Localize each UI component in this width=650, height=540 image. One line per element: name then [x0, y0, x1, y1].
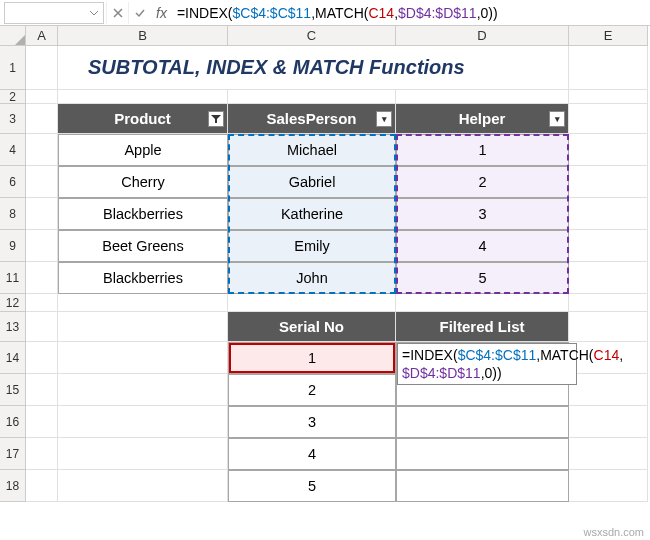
cell[interactable] [58, 438, 228, 470]
table-header-product[interactable]: Product [58, 104, 228, 134]
col-header-A[interactable]: A [26, 26, 58, 46]
cell[interactable] [58, 470, 228, 502]
cell[interactable] [26, 294, 58, 312]
cell[interactable] [26, 312, 58, 342]
table-header-salesperson[interactable]: SalesPerson▾ [228, 104, 396, 134]
row-header[interactable]: 18 [0, 470, 26, 502]
cell[interactable] [26, 198, 58, 230]
row-header[interactable]: 15 [0, 374, 26, 406]
serial-cell[interactable]: 4 [228, 438, 396, 470]
row-header[interactable]: 1 [0, 46, 26, 90]
filtered-cell[interactable] [396, 438, 569, 470]
title-cell[interactable]: SUBTOTAL, INDEX & MATCH Functions [58, 46, 569, 90]
table-cell[interactable]: Katherine [228, 198, 396, 230]
table-cell[interactable]: 5 [396, 262, 569, 294]
cell[interactable] [26, 166, 58, 198]
cell[interactable] [569, 312, 648, 342]
table-cell[interactable]: Emily [228, 230, 396, 262]
table-cell[interactable]: Apple [58, 134, 228, 166]
table-cell[interactable]: 3 [396, 198, 569, 230]
table-header-helper[interactable]: Helper▾ [396, 104, 569, 134]
cell[interactable] [569, 90, 648, 104]
cell[interactable] [569, 230, 648, 262]
table-header-serial[interactable]: Serial No [228, 312, 396, 342]
chevron-down-icon[interactable]: ▾ [376, 111, 392, 127]
row-header[interactable]: 12 [0, 294, 26, 312]
enter-icon[interactable] [128, 2, 150, 24]
filtered-cell[interactable] [396, 470, 569, 502]
chevron-down-icon[interactable] [89, 8, 99, 18]
table-cell[interactable]: Blackberries [58, 198, 228, 230]
row-header[interactable]: 4 [0, 134, 26, 166]
row-header[interactable]: 13 [0, 312, 26, 342]
row-header[interactable]: 14 [0, 342, 26, 374]
formula-input[interactable]: =INDEX($C$4:$C$11,MATCH(C14,$D$4:$D$11,0… [173, 5, 650, 21]
name-box[interactable] [4, 2, 104, 24]
cell[interactable] [58, 342, 228, 374]
table-cell[interactable]: 2 [396, 166, 569, 198]
filtered-cell[interactable] [396, 406, 569, 438]
col-header-C[interactable]: C [228, 26, 396, 46]
table-cell[interactable]: 1 [396, 134, 569, 166]
cell[interactable] [26, 374, 58, 406]
col-header-E[interactable]: E [569, 26, 648, 46]
cell[interactable] [26, 230, 58, 262]
cell[interactable] [58, 312, 228, 342]
cell[interactable] [396, 294, 569, 312]
serial-cell[interactable]: 2 [228, 374, 396, 406]
row-header[interactable]: 11 [0, 262, 26, 294]
select-all-corner[interactable] [0, 26, 26, 46]
cell[interactable] [569, 198, 648, 230]
table-cell[interactable]: Cherry [58, 166, 228, 198]
table-header-filtered[interactable]: Filtered List [396, 312, 569, 342]
serial-cell[interactable]: 5 [228, 470, 396, 502]
cell[interactable] [26, 262, 58, 294]
cell[interactable] [569, 294, 648, 312]
table-cell[interactable]: Beet Greens [58, 230, 228, 262]
row-header[interactable]: 17 [0, 438, 26, 470]
table-cell[interactable]: Gabriel [228, 166, 396, 198]
cell[interactable] [569, 374, 648, 406]
table-cell[interactable]: John [228, 262, 396, 294]
cell[interactable] [58, 90, 228, 104]
cell[interactable] [569, 134, 648, 166]
cell[interactable] [569, 470, 648, 502]
cell[interactable] [58, 294, 228, 312]
cell[interactable] [26, 438, 58, 470]
cell[interactable] [26, 406, 58, 438]
row-header[interactable]: 9 [0, 230, 26, 262]
cell[interactable] [569, 438, 648, 470]
cell[interactable] [58, 374, 228, 406]
cell[interactable] [26, 470, 58, 502]
cell[interactable] [26, 134, 58, 166]
cell[interactable] [569, 166, 648, 198]
cancel-icon[interactable] [106, 2, 128, 24]
cell[interactable] [569, 104, 648, 134]
cell[interactable] [26, 342, 58, 374]
cell[interactable] [26, 90, 58, 104]
table-cell[interactable]: 4 [396, 230, 569, 262]
fx-icon[interactable]: fx [150, 5, 173, 21]
serial-cell[interactable]: 1 [228, 342, 396, 374]
cell[interactable] [228, 90, 396, 104]
cell[interactable] [569, 46, 648, 90]
row-header[interactable]: 2 [0, 90, 26, 104]
filter-icon[interactable] [208, 111, 224, 127]
chevron-down-icon[interactable]: ▾ [549, 111, 565, 127]
table-cell[interactable]: Blackberries [58, 262, 228, 294]
cell-editor[interactable]: =INDEX($C$4:$C$11,MATCH(C14,$D$4:$D$11,0… [397, 343, 577, 385]
cell[interactable] [396, 90, 569, 104]
table-cell[interactable]: Michael [228, 134, 396, 166]
cell[interactable] [26, 46, 58, 90]
cell[interactable] [569, 262, 648, 294]
col-header-D[interactable]: D [396, 26, 569, 46]
serial-cell[interactable]: 3 [228, 406, 396, 438]
cell[interactable] [26, 104, 58, 134]
cell[interactable] [228, 294, 396, 312]
row-header[interactable]: 16 [0, 406, 26, 438]
cell[interactable] [569, 406, 648, 438]
cell[interactable] [58, 406, 228, 438]
row-header[interactable]: 3 [0, 104, 26, 134]
col-header-B[interactable]: B [58, 26, 228, 46]
formula-edit-cell[interactable]: =INDEX($C$4:$C$11,MATCH(C14,$D$4:$D$11,0… [396, 342, 569, 374]
